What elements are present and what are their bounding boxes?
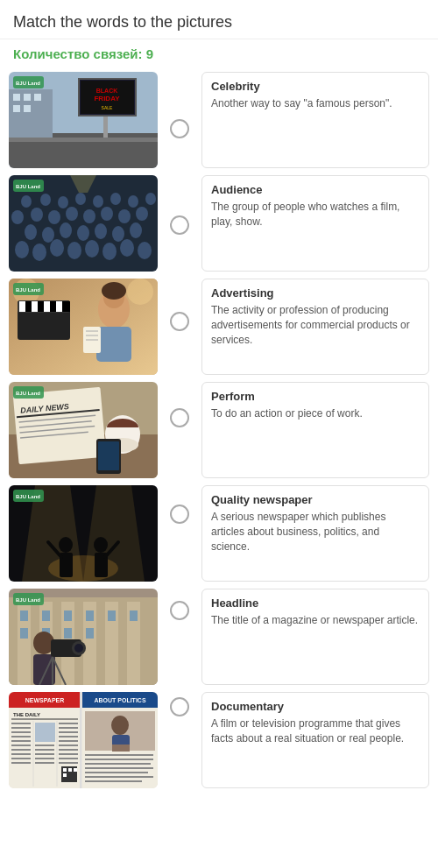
def-celebrity: Another way to say "a famous person". bbox=[211, 96, 420, 111]
svg-rect-181 bbox=[85, 763, 151, 765]
image-film: BJU Land bbox=[9, 279, 158, 375]
svg-point-20 bbox=[50, 239, 64, 257]
svg-rect-184 bbox=[85, 776, 153, 778]
svg-rect-155 bbox=[35, 758, 54, 759]
image-audience: BJU Land bbox=[9, 175, 158, 272]
svg-rect-141 bbox=[11, 723, 31, 724]
radio-celebrity[interactable] bbox=[170, 119, 189, 138]
image-cameraman: BJU Land bbox=[9, 589, 158, 685]
page-title: Match the words to the pictures bbox=[13, 13, 425, 32]
svg-rect-90 bbox=[98, 441, 119, 470]
definition-perform: Perform To do an action or piece of work… bbox=[201, 382, 429, 478]
svg-rect-118 bbox=[130, 610, 138, 621]
term-headline: Headline bbox=[211, 596, 420, 610]
svg-text:BJU Land: BJU Land bbox=[16, 494, 40, 499]
svg-text:BJU Land: BJU Land bbox=[16, 597, 40, 603]
def-perform: To do an action or piece of work. bbox=[211, 406, 420, 421]
svg-point-30 bbox=[95, 223, 107, 239]
svg-rect-115 bbox=[64, 610, 72, 621]
svg-rect-179 bbox=[85, 754, 153, 756]
svg-rect-117 bbox=[108, 610, 116, 621]
term-celebrity: Celebrity bbox=[211, 80, 420, 93]
svg-rect-7 bbox=[13, 105, 20, 112]
svg-point-36 bbox=[66, 207, 78, 221]
term-audience: Audience bbox=[211, 183, 420, 196]
svg-rect-158 bbox=[59, 727, 78, 729]
radio-quality-newspaper[interactable] bbox=[170, 505, 189, 524]
svg-point-33 bbox=[11, 210, 24, 224]
page-header: Match the words to the pictures Количест… bbox=[0, 0, 438, 65]
svg-point-45 bbox=[93, 195, 103, 208]
def-headline: The title of a magazine or newspaper art… bbox=[211, 613, 420, 628]
svg-text:NEWSPAPER: NEWSPAPER bbox=[25, 697, 65, 703]
svg-point-97 bbox=[59, 537, 73, 553]
svg-text:BJU Land: BJU Land bbox=[16, 184, 40, 189]
radio-perform[interactable] bbox=[170, 408, 189, 427]
svg-rect-171 bbox=[74, 768, 77, 772]
radio-group-2 bbox=[170, 177, 189, 273]
svg-text:FRIDAY: FRIDAY bbox=[94, 95, 120, 102]
svg-rect-122 bbox=[86, 628, 94, 639]
svg-rect-142 bbox=[11, 727, 31, 729]
svg-point-23 bbox=[102, 243, 117, 260]
svg-rect-2 bbox=[9, 138, 158, 142]
main-content: BLACK FRIDAY SALE BJU Land bbox=[0, 65, 438, 795]
svg-rect-4 bbox=[13, 94, 20, 101]
svg-point-26 bbox=[25, 224, 37, 240]
radio-group-6 bbox=[170, 562, 189, 659]
definition-documentary: Documentary A film or television program… bbox=[201, 692, 429, 788]
svg-rect-60 bbox=[44, 301, 50, 312]
radio-group-3 bbox=[170, 273, 189, 370]
svg-rect-61 bbox=[56, 301, 62, 312]
svg-rect-169 bbox=[68, 768, 72, 772]
svg-rect-183 bbox=[85, 772, 148, 773]
radio-group-4 bbox=[170, 370, 189, 466]
svg-rect-162 bbox=[59, 745, 78, 746]
svg-rect-116 bbox=[86, 610, 94, 621]
image-billboard: BLACK FRIDAY SALE BJU Land bbox=[9, 72, 158, 168]
svg-text:BJU Land: BJU Land bbox=[16, 391, 40, 396]
svg-rect-152 bbox=[35, 745, 54, 746]
svg-rect-165 bbox=[59, 758, 78, 759]
svg-rect-8 bbox=[24, 105, 31, 112]
connection-count: Количество связей: 9 bbox=[0, 39, 438, 65]
svg-point-43 bbox=[58, 196, 68, 208]
radio-column bbox=[162, 65, 197, 795]
svg-rect-185 bbox=[85, 780, 142, 782]
svg-rect-62 bbox=[25, 301, 32, 312]
svg-rect-147 bbox=[11, 749, 31, 751]
radio-audience[interactable] bbox=[170, 215, 189, 235]
svg-point-46 bbox=[110, 193, 121, 205]
svg-point-18 bbox=[15, 241, 29, 258]
svg-rect-58 bbox=[19, 301, 25, 312]
svg-point-40 bbox=[136, 207, 148, 221]
svg-rect-114 bbox=[42, 610, 50, 621]
svg-rect-161 bbox=[59, 740, 78, 742]
definition-quality-newspaper: Quality newspaper A serious newspaper wh… bbox=[201, 485, 429, 582]
def-advertising: The activity or profession of producing … bbox=[211, 303, 420, 347]
svg-point-32 bbox=[130, 222, 142, 238]
svg-rect-149 bbox=[11, 758, 31, 759]
image-newspaper: DAILY NEWS BJU Land bbox=[9, 382, 158, 478]
svg-point-68 bbox=[102, 282, 126, 300]
svg-rect-63 bbox=[38, 301, 44, 312]
svg-rect-150 bbox=[11, 762, 31, 764]
images-column: BLACK FRIDAY SALE BJU Land bbox=[0, 65, 162, 795]
definition-advertising: Advertising The activity or profession o… bbox=[201, 279, 429, 375]
radio-documentary[interactable] bbox=[170, 697, 189, 716]
definitions-column: Celebrity Another way to say "a famous p… bbox=[197, 65, 438, 795]
definition-audience: Audience The group of people who watches… bbox=[201, 175, 429, 272]
svg-rect-160 bbox=[59, 736, 78, 737]
term-documentary: Documentary bbox=[211, 700, 420, 713]
svg-point-55 bbox=[127, 279, 153, 305]
radio-headline[interactable] bbox=[170, 601, 189, 620]
svg-rect-148 bbox=[11, 753, 31, 755]
svg-rect-163 bbox=[59, 749, 78, 751]
svg-rect-146 bbox=[11, 745, 31, 746]
def-quality-newspaper: A serious newspaper which publishes arti… bbox=[211, 510, 420, 554]
svg-point-127 bbox=[74, 644, 83, 653]
svg-point-24 bbox=[120, 239, 134, 257]
svg-rect-6 bbox=[34, 94, 41, 101]
svg-point-34 bbox=[31, 208, 43, 222]
radio-advertising[interactable] bbox=[170, 312, 189, 331]
